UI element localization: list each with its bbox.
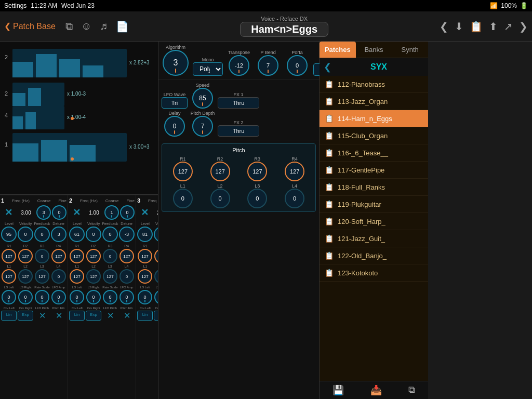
delay-knob[interactable]: 0 [164,116,185,137]
op-1-l4-knob[interactable]: 0 [51,269,66,284]
patch-item-118[interactable]: 📋118-Full_Ranks [320,179,428,196]
transpose-knob[interactable]: -12 [229,55,249,76]
op-1-coarse-knob[interactable]: 3 [36,205,51,220]
l2-knob[interactable]: 0 [210,189,230,208]
nav-left-icon[interactable]: ❮ [440,20,448,33]
op-2-pitcheg-x[interactable]: ✕ [119,311,135,321]
op-1-fine-knob[interactable]: 0 [52,205,66,220]
op-3-velocity-knob[interactable]: 0 [154,227,158,242]
op-2-r3-knob[interactable]: 0 [103,249,117,263]
op-3-x[interactable]: ✕ [137,205,152,220]
op-3-r1-knob[interactable]: 127 [138,249,152,263]
op-2-feedback-knob[interactable]: 0 [102,227,118,242]
op-1-pitcheg-x[interactable]: ✕ [51,311,66,321]
op-2-crvright[interactable]: Exp [86,311,101,321]
r1-knob[interactable]: 127 [173,162,193,181]
patch-item-123[interactable]: 📋123-Kotokoto [320,264,428,282]
share-icon[interactable]: ⬆ [489,20,498,33]
op-2-l1-knob[interactable]: 127 [70,269,84,284]
op-2-l4-knob[interactable]: 0 [119,269,134,284]
r2-knob[interactable]: 127 [210,162,230,181]
op-2-lfoamp-knob[interactable]: 0 [119,290,134,304]
patch-item-117[interactable]: 📋117-GentlePipe [320,162,428,179]
fx1-value[interactable]: Thru [218,97,259,109]
op-1-crvleft[interactable]: Lin [1,311,17,321]
op-1-crvright[interactable]: Exp [18,311,33,321]
op-1-ratescale-knob[interactable]: 0 [35,290,49,304]
op-2-crvleft[interactable]: Lin [69,311,85,321]
op-2-r2-knob[interactable]: 127 [86,249,101,263]
op-1-l3-knob[interactable]: 127 [35,269,49,284]
speed-knob[interactable]: 85 [192,88,213,109]
lfo-wave-value[interactable]: Tri [162,97,188,109]
op-1-x[interactable]: ✕ [1,205,16,220]
patch-item-116[interactable]: 📋116-_6_Tease__ [320,144,428,162]
footer-copy-icon[interactable]: ⧉ [408,384,415,396]
op-3-crvright[interactable]: Exp [154,311,158,321]
tab-patches[interactable]: Patches [320,42,356,58]
op-1-lsleft-knob[interactable]: 0 [2,290,16,304]
porta-knob[interactable]: 0 [287,55,308,76]
op-1-r1-knob[interactable]: 127 [2,249,16,263]
op-3-r2-knob[interactable]: 127 [154,249,158,263]
op-3-lsleft-knob[interactable]: 0 [138,290,152,304]
patch-item-120[interactable]: 📋120-Soft_Harp_ [320,213,428,230]
op-1-r4-knob[interactable]: 127 [51,249,66,263]
op-1-level-knob[interactable]: 95 [1,227,17,242]
footer-add-icon[interactable]: 📥 [370,384,382,396]
op-3-l1-knob[interactable]: 127 [138,269,152,284]
export-icon[interactable]: ↗ [504,20,513,33]
op-1-lfopitch-x[interactable]: ✕ [34,311,50,321]
doc-icon[interactable]: 📄 [116,20,129,33]
copy-icon[interactable]: ⧉ [65,20,73,33]
op-2-coarse-knob[interactable]: 1 [104,205,119,220]
r3-knob[interactable]: 127 [247,162,267,181]
op-2-detune-knob[interactable]: -3 [119,227,135,242]
tab-banks[interactable]: Banks [356,42,392,58]
op-1-lsright-knob[interactable]: 0 [18,290,33,304]
l3-knob[interactable]: 0 [247,189,267,208]
patch-item-119[interactable]: 📋119-Plukguitar [320,196,428,213]
op-1-r2-knob[interactable]: 127 [18,249,33,263]
patch-item-114[interactable]: 📋114-Ham_n_Eggs [320,110,428,127]
nav-right-icon[interactable]: ❯ [519,20,528,33]
op-2-l3-knob[interactable]: 127 [103,269,117,284]
op-2-r1-knob[interactable]: 127 [70,249,84,263]
settings-label[interactable]: Settings [4,2,26,9]
op-2-x[interactable]: ✕ [69,205,84,220]
fx2-value[interactable]: Thru [218,125,259,137]
op-3-l2-knob[interactable]: 46 [154,269,158,284]
op-2-fine-knob[interactable]: 0 [120,205,135,220]
op-1-r3-knob[interactable]: 0 [35,249,49,263]
back-button[interactable]: ❮ Patch Base [4,21,61,31]
footer-save-icon[interactable]: 💾 [332,384,344,396]
op-1-l1-knob[interactable]: 127 [2,269,16,284]
l1-knob[interactable]: 0 [173,189,193,208]
op-2-lfopitch-x[interactable]: ✕ [102,311,118,321]
smiley-icon[interactable]: ☺ [81,20,91,33]
op-2-r4-knob[interactable]: 127 [119,249,134,263]
doc2-icon[interactable]: 📋 [470,20,483,33]
tab-synth[interactable]: Synth [392,42,428,58]
op-2-ratescale-knob[interactable]: 0 [103,290,117,304]
pbend-knob[interactable]: 7 [258,55,278,76]
op-3-level-knob[interactable]: 81 [137,227,153,242]
pitch-depth-knob[interactable]: 7 [192,116,213,137]
op-1-velocity-knob[interactable]: 0 [18,227,33,242]
patch-item-113[interactable]: 📋113-Jazz_Organ [320,93,428,110]
op-2-l2-knob[interactable]: 127 [86,269,101,284]
poly-select[interactable]: PolyMono [193,62,223,76]
op-2-velocity-knob[interactable]: 0 [86,227,101,242]
r4-knob[interactable]: 127 [285,162,304,181]
op-1-l2-knob[interactable]: 127 [18,269,33,284]
patch-nav-left[interactable]: ❮ [324,61,331,73]
l4-knob[interactable]: 0 [285,189,304,208]
op-2-lsleft-knob[interactable]: 0 [70,290,84,304]
op-1-detune-knob[interactable]: 3 [51,227,66,242]
patch-item-122[interactable]: 📋122-Old_Banjo_ [320,247,428,264]
algorithm-knob[interactable]: 3 [163,50,189,76]
op-2-level-knob[interactable]: 61 [69,227,85,242]
op-1-feedback-knob[interactable]: 0 [34,227,50,242]
patch-title[interactable]: Ham<n>Eggs [240,22,328,37]
patch-item-115[interactable]: 📋115-Club_Organ [320,127,428,144]
